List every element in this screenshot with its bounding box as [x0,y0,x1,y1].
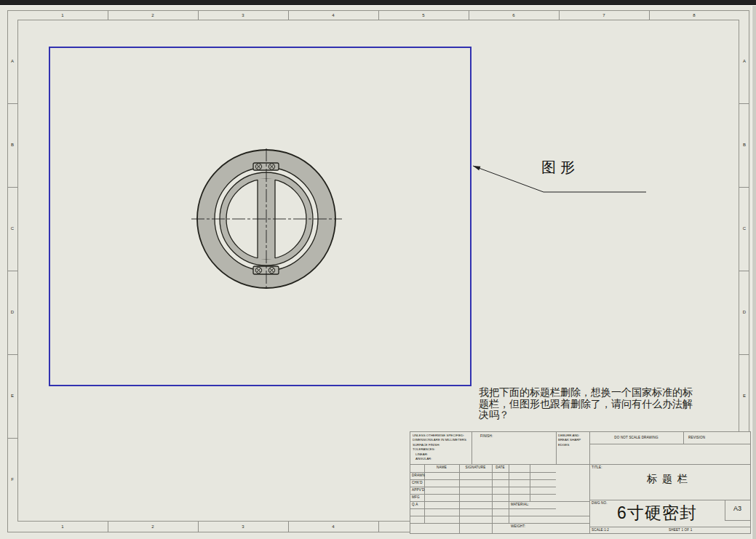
zone-tick [7,103,17,104]
question-note-line: 题栏，但图形也跟着删除了，请问有什么办法解 [479,399,693,410]
zone-label-top-4: 4 [332,13,334,17]
zone-label-right-d: D [743,310,746,314]
zone-label-right-c: C [743,226,746,231]
zone-tick [378,522,379,532]
zone-label-top-6: 6 [512,13,514,17]
zone-label-right-e: E [743,394,746,398]
revision-label: REVISION [688,436,705,439]
zone-label-bottom-3: 3 [242,524,244,529]
zone-tick [739,103,749,104]
zone-label-bottom-4: 4 [332,524,334,529]
material-label: MATERIAL: [511,503,529,506]
zone-tick [288,522,289,532]
zone-label-top-3: 3 [242,13,244,17]
table-header-name: NAME [424,466,459,469]
zone-label-top-5: 5 [422,13,424,17]
do-not-scale-label: DO NOT SCALE DRAWING [589,436,683,439]
question-note-line: 我把下面的标题栏删除，想换一个国家标准的标 [479,387,693,399]
table-row-drawn: DRAWN [412,474,425,477]
cad-drawing-sheet: { "colors": { "paper": "#e7e7df", "part_… [0,0,756,539]
zone-label-top-8: 8 [693,13,695,17]
zone-label-right-b: B [743,143,746,147]
zone-label-top-2: 2 [151,13,154,17]
zone-tick [739,354,749,355]
zone-tick [7,354,17,355]
tolerance-note: UNLESS OTHERWISE SPECIFIED: DIMENSIONS A… [413,434,466,461]
zone-tick [108,10,108,20]
table-row-mfg: MFG [412,495,420,499]
title-block: UNLESS OTHERWISE SPECIFIED: DIMENSIONS A… [410,431,751,534]
zone-tick [108,522,108,532]
zone-tick [739,271,749,271]
table-header-date: DATE [492,466,509,469]
window-right-edge [752,6,756,539]
zone-label-top-1: 1 [61,13,63,17]
weight-label: WEIGHT: [511,524,525,528]
zone-label-left-d: D [11,310,14,314]
zone-label-top-7: 7 [602,13,605,17]
question-note[interactable]: 我把下面的标题栏删除，想换一个国家标准的标 题栏，但图形也跟着删除了，请问有什么… [479,387,693,421]
zone-label-left-b: B [11,143,14,147]
part-drawing-svg [182,138,357,306]
finish-label: FINISH: [480,434,493,438]
sheet-size-value: A3 [725,505,750,512]
zone-label-bottom-2: 2 [151,524,154,529]
window-top-edge [0,0,756,5]
title-label: TITLE: [592,466,602,469]
zone-tick [288,10,289,20]
part-drawing-view[interactable] [182,138,357,306]
zone-label-left-a: A [11,59,14,63]
deburr-note: DEBURR AND BREAK SHARP EDGES [558,434,581,447]
zone-tick [198,522,199,532]
sheet-label: SHEET 1 OF 1 [669,528,692,532]
zone-tick [469,10,469,20]
zone-label-bottom-1: 1 [61,524,63,529]
zone-tick [378,10,379,20]
zone-tick [7,438,17,439]
zone-tick [649,10,650,20]
zone-label-left-c: C [11,226,14,231]
zone-tick [198,10,199,20]
zone-tick [739,187,749,188]
table-row-chkd: CHK'D [412,481,423,484]
zone-tick [559,10,560,20]
zone-label-left-f: F [11,477,14,482]
table-row-appvd: APPV'D [412,488,424,492]
scale-label: SCALE:1:2 [592,528,609,532]
question-note-line: 决吗？ [479,410,693,421]
view-annotation-label[interactable]: 图形 [541,158,579,177]
title-value[interactable]: 标题栏 [589,473,750,486]
zone-label-left-e: E [11,394,14,398]
dwg-no-value[interactable]: 6寸硬密封 [589,502,725,524]
window-top-highlight [0,5,756,6]
table-row-qa: Q.A [412,503,418,506]
zone-tick [7,187,17,188]
zone-tick [7,271,17,271]
zone-label-right-a: A [743,59,746,63]
table-header-signature: SIGNATURE [459,466,492,469]
